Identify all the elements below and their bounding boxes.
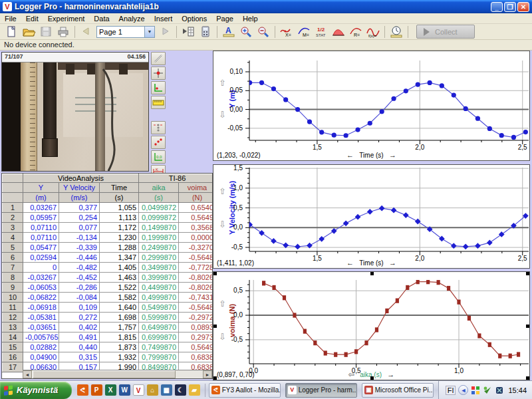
quick-launch-logger-pro-icon[interactable]: V <box>133 384 144 396</box>
cell[interactable]: 0,5649 <box>179 213 213 223</box>
cell[interactable]: 0,05957 <box>23 213 59 223</box>
cell[interactable]: 0,6838 <box>179 352 213 362</box>
voima-graph-panel[interactable]: ⇧⇩voima (N)-0,50,00,50,00,51,0(0,897, 0,… <box>213 271 530 380</box>
cell[interactable]: 0,5999870 <box>139 313 179 323</box>
pan-left-arrow[interactable]: ← <box>346 259 354 267</box>
cell[interactable]: 1,463 <box>100 273 139 283</box>
selection-handle[interactable] <box>526 376 529 380</box>
cell[interactable]: -0,5648 <box>179 253 213 263</box>
quick-launch-freeview-icon[interactable]: ▦ <box>161 384 172 396</box>
scroll-right-button[interactable]: ► <box>203 370 212 378</box>
cell[interactable]: -0,3270 <box>179 243 213 253</box>
cell[interactable]: 0,3568 <box>179 223 213 233</box>
cell[interactable]: 1,932 <box>100 352 139 362</box>
menu-file[interactable]: File <box>0 14 21 23</box>
quick-launch-folder-icon[interactable]: ▰ <box>189 384 200 396</box>
cell[interactable]: 0,377 <box>59 203 100 213</box>
previous-page-button[interactable] <box>78 25 94 39</box>
menu-insert[interactable]: Insert <box>150 14 178 23</box>
print-button[interactable] <box>55 25 71 39</box>
group-videoanalysis[interactable]: VideoAnalysis <box>23 174 139 183</box>
text-annotation-button[interactable]: A <box>221 25 237 39</box>
video-analysis-panel[interactable]: 71/107 04.156 <box>1 52 149 172</box>
cell[interactable]: 0,402 <box>59 323 100 332</box>
cell[interactable]: 0,6999870 <box>139 332 179 342</box>
calculator-button[interactable] <box>198 25 213 39</box>
cell[interactable]: 0,3499870 <box>139 263 179 273</box>
cell[interactable]: -0,06822 <box>23 293 59 303</box>
cell[interactable]: -0,05381 <box>23 313 59 323</box>
scrollbar-thumb[interactable] <box>33 370 176 378</box>
restore-button[interactable]: ❐ <box>504 2 516 12</box>
x-axis-label[interactable]: Time (s) <box>359 152 383 159</box>
cell[interactable]: 1,172 <box>100 223 139 233</box>
cell[interactable]: -0,5648 <box>179 303 213 313</box>
cell[interactable]: 0,491 <box>59 332 100 342</box>
menu-experiment[interactable]: Experiment <box>43 14 90 23</box>
cell[interactable]: -0,005765 <box>23 332 59 342</box>
new-document-button[interactable] <box>3 25 19 39</box>
collect-button[interactable]: Collect <box>416 25 475 39</box>
display-settings-tray-icon[interactable] <box>471 386 480 395</box>
y-velocity-graph-panel[interactable]: ⇧⇩Y Velocity (m/s)-0,50,00,51,01,51,52,0… <box>213 164 530 269</box>
cell[interactable]: 0 <box>23 263 59 273</box>
table-row[interactable]: 60,02594-0,4461,3470,2999870-0,5648 <box>3 253 213 263</box>
cell[interactable]: 1,815 <box>100 332 139 342</box>
cell[interactable]: 1,055 <box>100 203 139 213</box>
quick-launch-firefox-icon[interactable]: ᕙ <box>77 384 88 396</box>
cell[interactable]: -0,8026 <box>179 283 213 293</box>
save-file-button[interactable] <box>38 25 54 39</box>
zoom-out-button[interactable] <box>255 25 271 39</box>
cell[interactable]: 0,272 <box>59 313 100 323</box>
table-row[interactable]: 70-0,4821,4050,3499870-0,7728 <box>3 263 213 273</box>
video-frame[interactable] <box>2 63 148 171</box>
y-axis-label[interactable]: Y (m) <box>228 72 236 126</box>
x-axis-label[interactable]: Time (s) <box>359 259 383 267</box>
table-row[interactable]: 8-0,03267-0,4521,4630,3999870-0,8026 <box>3 273 213 283</box>
statistics-button[interactable]: 1/2STAT <box>313 25 329 39</box>
cell[interactable]: 1,640 <box>100 303 139 313</box>
cell[interactable]: 0,440 <box>59 342 100 352</box>
selection-handle[interactable] <box>526 272 529 275</box>
cell[interactable]: 0,03267 <box>23 203 59 213</box>
cell[interactable]: -0,482 <box>59 263 100 273</box>
cell[interactable]: 0,07110 <box>23 233 59 243</box>
menu-page[interactable]: Page <box>211 14 238 23</box>
cell[interactable]: 0,04900 <box>23 352 59 362</box>
open-file-button[interactable] <box>21 25 37 39</box>
quick-launch-powerpoint-icon[interactable]: P <box>91 384 102 396</box>
pan-right-arrow[interactable]: → <box>389 259 396 267</box>
scroll-left-button[interactable]: ◄ <box>23 370 32 378</box>
cell[interactable]: 0,1499870 <box>139 223 179 233</box>
cell[interactable]: -0,2972 <box>179 313 213 323</box>
cell[interactable]: 0,3999870 <box>139 273 179 283</box>
cell[interactable]: -0,7728 <box>179 263 213 273</box>
cell[interactable]: 1,347 <box>100 253 139 263</box>
add-point-tool-button[interactable] <box>151 66 166 80</box>
table-row[interactable]: 10,032670,3771,0550,04998720,6540 <box>3 203 213 213</box>
cell[interactable]: 1,873 <box>100 342 139 352</box>
cell[interactable]: 1,757 <box>100 323 139 332</box>
cell[interactable]: -0,452 <box>59 273 100 283</box>
table-horizontal-scrollbar[interactable]: ◄ ► <box>23 370 212 378</box>
taskbar-clock[interactable]: 15:44 <box>508 386 527 394</box>
cell[interactable]: 1,698 <box>100 313 139 323</box>
cell[interactable]: 0,2499870 <box>139 243 179 253</box>
cell[interactable]: 0,02594 <box>23 253 59 263</box>
pan-right-arrow[interactable]: → <box>387 370 394 378</box>
y-position-graph-panel[interactable]: ⇧⇩Y (m)-0,050,000,050,101,52,02,5(1,203,… <box>213 51 530 161</box>
start-button[interactable]: Käynnistä <box>0 382 72 399</box>
origin-toggle-button[interactable]: 0,0 <box>151 150 166 164</box>
cell[interactable]: 0,07110 <box>23 223 59 233</box>
voima-graph-plot[interactable] <box>244 280 529 369</box>
task-button-office-picture[interactable]: ▣Microsoft Office Pi... <box>362 383 434 398</box>
cell[interactable]: 0,0893 <box>179 323 213 332</box>
dropdown-arrow-icon[interactable]: ▼ <box>144 27 154 37</box>
pan-right-arrow[interactable]: → <box>389 151 396 159</box>
cell[interactable]: 0,5499870 <box>139 303 179 313</box>
data-collection-setup-button[interactable] <box>388 25 404 39</box>
cell[interactable]: -0,446 <box>59 253 100 263</box>
cell[interactable]: 0,5649 <box>179 342 213 352</box>
integral-button[interactable] <box>331 25 346 39</box>
menu-options[interactable]: Options <box>177 14 211 23</box>
